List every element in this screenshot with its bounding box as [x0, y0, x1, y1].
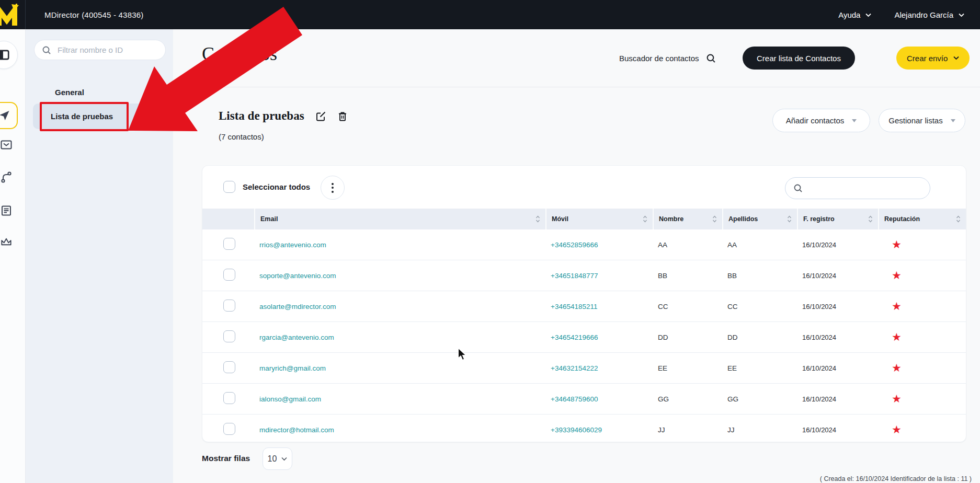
contact-email-link[interactable]: asolarte@mdirector.com	[259, 303, 336, 310]
create-list-button[interactable]: Crear lista de Contactos	[743, 47, 855, 70]
sort-icon[interactable]	[643, 215, 647, 223]
search-icon	[706, 53, 716, 63]
trash-icon	[337, 111, 348, 122]
reputation-star-icon: ★	[892, 423, 902, 435]
contact-phone-link[interactable]: +34654185211	[551, 303, 597, 310]
row-checkbox[interactable]	[223, 330, 235, 342]
panel-toggle-button[interactable]	[0, 41, 18, 69]
contact-email-link[interactable]: ialonso@gmail.com	[259, 395, 321, 403]
column-header-movil[interactable]: Móvil	[545, 209, 653, 229]
contact-apellidos: GG	[727, 395, 738, 403]
row-checkbox[interactable]	[223, 392, 235, 404]
contact-phone-link[interactable]: +34651848777	[551, 272, 598, 280]
caret-down-icon	[852, 119, 857, 122]
mail-icon	[0, 139, 13, 151]
stats-nav-button[interactable]	[0, 235, 12, 247]
user-name: Alejandro García	[894, 10, 953, 19]
page-title: Contactos	[202, 43, 277, 65]
sort-icon[interactable]	[787, 215, 792, 223]
contact-apellidos: DD	[727, 334, 738, 341]
mdirector-m-icon	[0, 4, 19, 27]
column-header-apellidos[interactable]: Apellidos	[722, 209, 797, 229]
select-all-checkbox[interactable]	[223, 181, 235, 193]
contact-registro-date: 16/10/2024	[802, 364, 836, 372]
contact-registro-date: 16/10/2024	[802, 426, 836, 434]
automation-nav-button[interactable]	[0, 171, 13, 183]
sidebar-filter-input[interactable]	[56, 45, 158, 55]
contact-phone-link[interactable]: +393394606029	[551, 426, 602, 434]
contact-nombre: JJ	[658, 426, 665, 434]
reputation-star-icon: ★	[892, 331, 902, 343]
contact-search-button[interactable]: Buscador de contactos	[619, 53, 716, 63]
add-contacts-button[interactable]: Añadir contactos	[772, 109, 870, 132]
row-checkbox[interactable]	[223, 423, 235, 435]
column-header-email[interactable]: Email	[254, 209, 545, 229]
topbar: MDirector (400545 - 43836) Ayuda Alejand…	[0, 0, 980, 29]
user-menu[interactable]: Alejandro García	[894, 10, 964, 19]
column-header-nombre[interactable]: Nombre	[653, 209, 722, 229]
row-checkbox[interactable]	[223, 361, 235, 373]
contact-email-link[interactable]: soporte@antevenio.com	[259, 272, 336, 280]
contact-phone-link[interactable]: +34632154222	[551, 364, 598, 372]
table-search	[785, 177, 930, 199]
annotation-highlight-box	[40, 102, 129, 131]
contact-registro-date: 16/10/2024	[802, 395, 836, 403]
contact-nombre: BB	[658, 272, 667, 280]
sidebar-filter	[34, 40, 166, 60]
table-row: soporte@antevenio.com +34651848777 BB BB…	[202, 260, 966, 291]
contact-apellidos: JJ	[727, 426, 735, 434]
sort-icon[interactable]	[956, 215, 961, 223]
edit-icon	[315, 111, 326, 122]
bulk-actions-button[interactable]	[321, 176, 345, 200]
row-checkbox[interactable]	[223, 238, 235, 250]
contact-email-link[interactable]: rgarcia@antevenio.com	[259, 334, 334, 341]
stats-icon	[0, 235, 12, 247]
manage-lists-button[interactable]: Gestionar listas	[879, 109, 965, 132]
contact-nombre: GG	[658, 395, 669, 403]
contact-phone-link[interactable]: +34648759600	[551, 395, 598, 403]
row-checkbox[interactable]	[223, 269, 235, 281]
help-menu[interactable]: Ayuda	[838, 10, 871, 19]
contact-nombre: CC	[658, 303, 668, 310]
sort-icon[interactable]	[712, 215, 717, 223]
document-icon	[0, 204, 13, 217]
contact-email-link[interactable]: maryrich@gmail.com	[259, 364, 326, 372]
mail-nav-button[interactable]	[0, 139, 13, 151]
help-label: Ayuda	[838, 10, 860, 19]
topbar-right: Ayuda Alejandro García	[838, 10, 980, 19]
add-contacts-label: Añadir contactos	[786, 116, 845, 125]
panel-toggle-icon	[0, 48, 10, 62]
contact-registro-date: 16/10/2024	[802, 303, 836, 310]
column-header-f-registro[interactable]: F. registro	[797, 209, 878, 229]
mdirector-logo[interactable]	[0, 0, 26, 29]
contact-search-label: Buscador de contactos	[619, 54, 699, 63]
table-row: maryrich@gmail.com +34632154222 EE EE 16…	[202, 353, 966, 384]
table-row: ialonso@gmail.com +34648759600 GG GG 16/…	[202, 384, 966, 415]
table-row: mdirector@hotmail.com +393394606029 JJ J…	[202, 415, 966, 442]
create-send-button[interactable]: Crear envío	[896, 47, 970, 70]
chevron-down-icon	[959, 13, 964, 17]
row-checkbox[interactable]	[223, 300, 235, 312]
contacts-nav-button-active[interactable]	[0, 102, 18, 129]
sort-icon[interactable]	[535, 215, 540, 223]
contact-phone-link[interactable]: +34652859666	[551, 241, 598, 249]
sort-icon[interactable]	[868, 215, 873, 223]
chevron-down-icon	[865, 13, 871, 17]
column-header-reputacion[interactable]: Reputación	[878, 209, 966, 229]
table-search-input[interactable]	[807, 183, 922, 193]
send-icon	[0, 109, 10, 122]
create-list-label: Crear lista de Contactos	[757, 54, 841, 63]
reputation-star-icon: ★	[892, 300, 902, 312]
table-body: rrios@antevenio.com +34652859666 AA AA 1…	[202, 229, 966, 442]
caret-down-icon	[951, 119, 955, 122]
rows-per-page-select[interactable]: 10	[263, 447, 292, 470]
delete-list-button[interactable]	[337, 111, 348, 122]
contact-nombre: EE	[658, 364, 667, 372]
contact-apellidos: AA	[727, 241, 737, 249]
edit-list-button[interactable]	[315, 111, 326, 122]
contact-phone-link[interactable]: +34654219666	[551, 334, 598, 341]
forms-nav-button[interactable]	[0, 204, 13, 217]
contact-email-link[interactable]: rrios@antevenio.com	[259, 241, 326, 249]
contact-registro-date: 16/10/2024	[802, 241, 836, 249]
contact-email-link[interactable]: mdirector@hotmail.com	[259, 426, 334, 434]
